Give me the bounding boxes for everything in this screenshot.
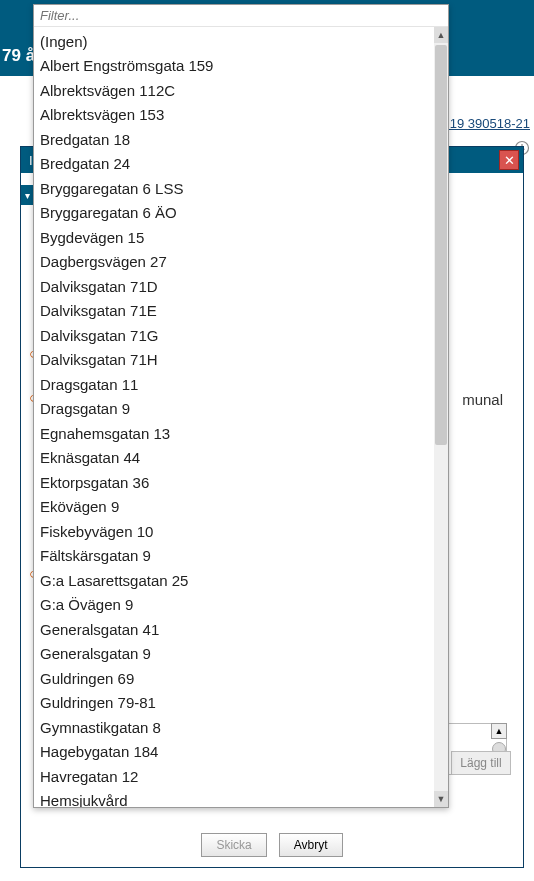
dropdown-item[interactable]: Egnahemsgatan 13 [34,421,434,446]
dropdown-item[interactable]: Hemsjukvård [34,789,434,808]
dropdown-item[interactable]: (Ingen) [34,29,434,54]
filter-input[interactable] [34,5,448,27]
scroll-down-icon[interactable]: ▼ [434,791,448,807]
dropdown-item[interactable]: Fältskärsgatan 9 [34,544,434,569]
dropdown-item[interactable]: Guldringen 69 [34,666,434,691]
dropdown-item[interactable]: Bredgatan 18 [34,127,434,152]
dropdown-item[interactable]: Bygdevägen 15 [34,225,434,250]
dropdown-item[interactable]: Fiskebyvägen 10 [34,519,434,544]
dropdown-item[interactable]: Dragsgatan 11 [34,372,434,397]
dropdown-item[interactable]: Ektorpsgatan 36 [34,470,434,495]
dropdown-item[interactable]: G:a Lasarettsgatan 25 [34,568,434,593]
close-button[interactable]: ✕ [499,150,519,170]
dropdown-item[interactable]: Albrektsvägen 153 [34,103,434,128]
dropdown-item[interactable]: Bryggaregatan 6 LSS [34,176,434,201]
partial-text-munal: munal [462,391,503,408]
dropdown-list-wrap: (Ingen)Albert Engströmsgata 159Albrektsv… [34,27,448,807]
dropdown-item[interactable]: Dalviksgatan 71E [34,299,434,324]
dropdown-item[interactable]: Dragsgatan 9 [34,397,434,422]
modal-footer: Skicka Avbryt [21,823,523,867]
dropdown-item[interactable]: Dalviksgatan 71D [34,274,434,299]
dropdown-item[interactable]: Bryggaregatan 6 ÄO [34,201,434,226]
dropdown-item[interactable]: G:a Övägen 9 [34,593,434,618]
send-button: Skicka [201,833,266,857]
dropdown-item[interactable]: Generalsgatan 41 [34,617,434,642]
dropdown-item[interactable]: Generalsgatan 9 [34,642,434,667]
dropdown-item[interactable]: Albrektsvägen 112C [34,78,434,103]
dropdown-list: (Ingen)Albert Engströmsgata 159Albrektsv… [34,27,434,807]
dropdown-item[interactable]: Eknäsgatan 44 [34,446,434,471]
dropdown-popup: (Ingen)Albert Engströmsgata 159Albrektsv… [33,4,449,808]
chevron-up-icon[interactable]: ▲ [491,723,507,739]
scrollbar: ▲ ▼ [434,27,448,807]
dropdown-item[interactable]: Bredgatan 24 [34,152,434,177]
dropdown-item[interactable]: Hagebygatan 184 [34,740,434,765]
dropdown-item[interactable]: Albert Engströmsgata 159 [34,54,434,79]
dropdown-item[interactable]: Dalviksgatan 71G [34,323,434,348]
side-tab-icon[interactable]: ▾ [21,185,33,205]
dropdown-item[interactable]: Dagbergsvägen 27 [34,250,434,275]
dropdown-item[interactable]: Dalviksgatan 71H [34,348,434,373]
dropdown-item[interactable]: Ekövägen 9 [34,495,434,520]
scroll-up-icon[interactable]: ▲ [434,27,448,43]
dropdown-item[interactable]: Havregatan 12 [34,764,434,789]
dropdown-item[interactable]: Gymnastikgatan 8 [34,715,434,740]
dropdown-item[interactable]: Guldringen 79-81 [34,691,434,716]
cancel-button[interactable]: Avbryt [279,833,343,857]
add-button: Lägg till [451,751,511,775]
scroll-thumb[interactable] [435,45,447,445]
close-icon: ✕ [504,153,515,168]
